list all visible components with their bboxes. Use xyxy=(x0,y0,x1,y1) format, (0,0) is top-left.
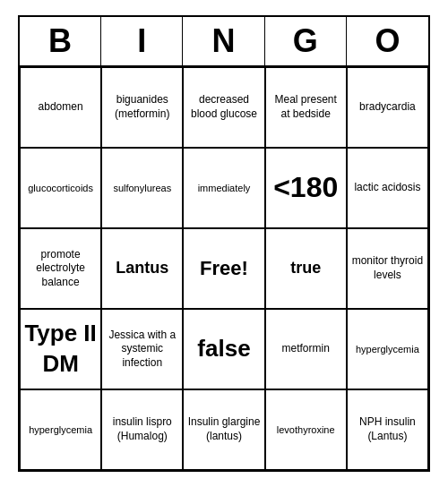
bingo-cell-14[interactable]: monitor thyroid levels xyxy=(347,228,428,309)
bingo-cell-19[interactable]: hyperglycemia xyxy=(347,309,428,389)
bingo-cell-10[interactable]: promote electrolyte balance xyxy=(20,228,101,309)
bingo-cell-8[interactable]: <180 xyxy=(265,148,347,228)
header-n: N xyxy=(183,17,264,65)
bingo-cell-7[interactable]: immediately xyxy=(183,148,264,228)
bingo-card: B I N G O abdomenbiguanides (metformin)d… xyxy=(18,15,430,472)
bingo-cell-2[interactable]: decreased blood glucose xyxy=(183,67,264,148)
bingo-cell-11[interactable]: Lantus xyxy=(101,228,183,309)
header-o: O xyxy=(347,17,428,65)
bingo-cell-4[interactable]: bradycardia xyxy=(347,67,428,148)
header-b: B xyxy=(20,17,101,65)
bingo-cell-16[interactable]: Jessica with a systemic infection xyxy=(101,309,183,389)
bingo-cell-21[interactable]: insulin lispro (Humalog) xyxy=(101,389,183,470)
bingo-grid: abdomenbiguanides (metformin)decreased b… xyxy=(20,67,428,470)
bingo-cell-13[interactable]: true xyxy=(265,228,347,309)
bingo-cell-12[interactable]: Free! xyxy=(183,228,264,309)
bingo-header: B I N G O xyxy=(20,17,428,67)
bingo-cell-17[interactable]: false xyxy=(183,309,264,389)
bingo-cell-9[interactable]: lactic acidosis xyxy=(347,148,428,228)
bingo-cell-20[interactable]: hyperglycemia xyxy=(20,389,101,470)
bingo-cell-3[interactable]: Meal present at bedside xyxy=(265,67,347,148)
bingo-cell-24[interactable]: NPH insulin (Lantus) xyxy=(347,389,428,470)
bingo-cell-15[interactable]: Type II DM xyxy=(20,309,101,389)
bingo-cell-0[interactable]: abdomen xyxy=(20,67,101,148)
bingo-cell-23[interactable]: levothyroxine xyxy=(265,389,347,470)
header-i: I xyxy=(101,17,183,65)
bingo-cell-6[interactable]: sulfonylureas xyxy=(101,148,183,228)
bingo-cell-22[interactable]: Insulin glargine (lantus) xyxy=(183,389,264,470)
bingo-cell-5[interactable]: glucocorticoids xyxy=(20,148,101,228)
bingo-cell-1[interactable]: biguanides (metformin) xyxy=(101,67,183,148)
header-g: G xyxy=(265,17,347,65)
bingo-cell-18[interactable]: metformin xyxy=(265,309,347,389)
